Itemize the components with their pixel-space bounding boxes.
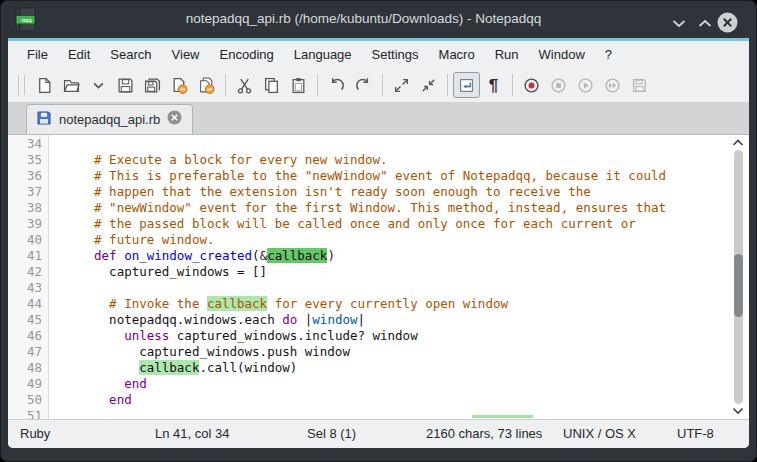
line-number: 38: [8, 200, 48, 216]
copy-button[interactable]: [258, 72, 285, 99]
line-endings-format: UNIX / OS X: [563, 420, 636, 447]
title-bar[interactable]: nqq notepadqq_api.rb (/home/kubuntu/Down…: [0, 0, 757, 38]
scroll-up-arrow-icon[interactable]: [730, 137, 746, 149]
tab-notepadqq-api[interactable]: notepadqq_api.rb: [26, 104, 193, 134]
line-number: 36: [8, 168, 48, 184]
toolbar-separator: [447, 74, 448, 96]
menu-bar: File Edit Search View Encoding Language …: [8, 41, 749, 68]
code-line: # "newWindow" event for the first Window…: [79, 200, 727, 216]
menu-run[interactable]: Run: [485, 41, 529, 68]
line-number: 51: [8, 408, 48, 419]
menu-macro[interactable]: Macro: [429, 41, 485, 68]
vertical-scrollbar[interactable]: [727, 135, 749, 419]
maximize-button[interactable]: [694, 12, 716, 34]
notepadqq-window: nqq notepadqq_api.rb (/home/kubuntu/Down…: [0, 0, 757, 462]
tab-label: notepadqq_api.rb: [59, 112, 160, 127]
close-document-button[interactable]: [166, 72, 193, 99]
code-line: [79, 280, 727, 296]
show-all-characters-button[interactable]: ¶: [480, 72, 507, 99]
line-number: 47: [8, 344, 48, 360]
line-number: 46: [8, 328, 48, 344]
language-selector[interactable]: Ruby: [20, 420, 50, 447]
code-line: [79, 408, 727, 419]
encoding: UTF-8: [677, 420, 714, 447]
open-recent-chevron-button[interactable]: [85, 72, 112, 99]
toolbar: ¶: [8, 68, 749, 102]
line-number: 48: [8, 360, 48, 376]
line-number: 37: [8, 184, 48, 200]
line-number-gutter: 343536373839404142434445464748495051: [8, 135, 49, 419]
menu-encoding[interactable]: Encoding: [210, 41, 284, 68]
toolbar-separator: [382, 74, 383, 96]
menu-file[interactable]: File: [17, 41, 58, 68]
pilcrow-icon: ¶: [489, 77, 498, 94]
line-number: 34: [8, 136, 48, 152]
menu-language[interactable]: Language: [284, 41, 362, 68]
code-line: # future window.: [79, 232, 727, 248]
code-line: # the passed block will be called once a…: [79, 216, 727, 232]
line-number: 42: [8, 264, 48, 280]
play-macro-button: [572, 72, 599, 99]
paste-button[interactable]: [285, 72, 312, 99]
code-line: captured_windows = []: [79, 264, 727, 280]
zoom-in-button[interactable]: [388, 72, 415, 99]
status-bar: Ruby Ln 41, col 34 Sel 8 (1) 2160 chars,…: [8, 419, 749, 448]
line-number: 43: [8, 280, 48, 296]
menu-help[interactable]: ?: [595, 41, 622, 68]
save-all-button[interactable]: [139, 72, 166, 99]
scroll-down-arrow-icon[interactable]: [730, 405, 746, 417]
run-macro-multiple-times-button: [599, 72, 626, 99]
close-all-documents-button[interactable]: [193, 72, 220, 99]
selection-info: Sel 8 (1): [307, 420, 356, 447]
code-line: unless captured_windows.include? window: [79, 328, 727, 344]
save-button[interactable]: [112, 72, 139, 99]
line-number: 45: [8, 312, 48, 328]
record-macro-button[interactable]: [518, 72, 545, 99]
saved-floppy-icon: [36, 110, 52, 130]
code-line: captured_windows.push window: [79, 344, 727, 360]
code-line: # Invoke the callback for every currentl…: [79, 296, 727, 312]
code-line: notepadqq.windows.each do |window|: [79, 312, 727, 328]
window-title: notepadqq_api.rb (/home/kubuntu/Download…: [60, 0, 667, 38]
svg-text:nqq: nqq: [21, 17, 31, 23]
toolbar-separator: [512, 74, 513, 96]
menu-view[interactable]: View: [162, 41, 210, 68]
undo-button[interactable]: [323, 72, 350, 99]
word-wrap-button[interactable]: [453, 72, 480, 98]
toolbar-separator: [225, 74, 226, 96]
window-content: File Edit Search View Encoding Language …: [8, 38, 749, 448]
close-window-button[interactable]: [716, 11, 738, 33]
notepadqq-app-icon: nqq: [14, 7, 38, 32]
cut-button[interactable]: [231, 72, 258, 99]
open-folder-button[interactable]: [58, 72, 85, 99]
code-line: end: [79, 376, 727, 392]
menu-window[interactable]: Window: [529, 41, 595, 68]
minimize-button[interactable]: [668, 12, 690, 34]
line-number: 39: [8, 216, 48, 232]
scrollbar-thumb[interactable]: [734, 254, 743, 316]
line-number: 35: [8, 152, 48, 168]
menu-settings[interactable]: Settings: [362, 41, 429, 68]
redo-button[interactable]: [350, 72, 377, 99]
menu-edit[interactable]: Edit: [58, 41, 100, 68]
line-number: 50: [8, 392, 48, 408]
line-number: 44: [8, 296, 48, 312]
toolbar-separator: [317, 74, 318, 96]
menu-search[interactable]: Search: [100, 41, 161, 68]
tab-bar: notepadqq_api.rb: [8, 102, 749, 135]
code-line: # This is preferable to the "newWindow" …: [79, 168, 727, 184]
code-line: callback.call(window): [79, 360, 727, 376]
new-document-button[interactable]: [31, 72, 58, 99]
toolbar-grip-handle[interactable]: [18, 75, 25, 95]
code-line: def on_window_created(&callback): [79, 248, 727, 264]
zoom-out-button[interactable]: [415, 72, 442, 99]
document-stats: 2160 chars, 73 lines: [426, 420, 542, 447]
code-lines[interactable]: # Execute a block for every new window. …: [49, 135, 727, 419]
line-number: 49: [8, 376, 48, 392]
search-occurrence-marker: [472, 415, 533, 418]
line-number: 40: [8, 232, 48, 248]
code-editor[interactable]: 343536373839404142434445464748495051 # E…: [8, 135, 749, 419]
close-tab-icon[interactable]: [167, 110, 182, 129]
cursor-position: Ln 41, col 34: [155, 420, 229, 447]
line-number: 41: [8, 248, 48, 264]
